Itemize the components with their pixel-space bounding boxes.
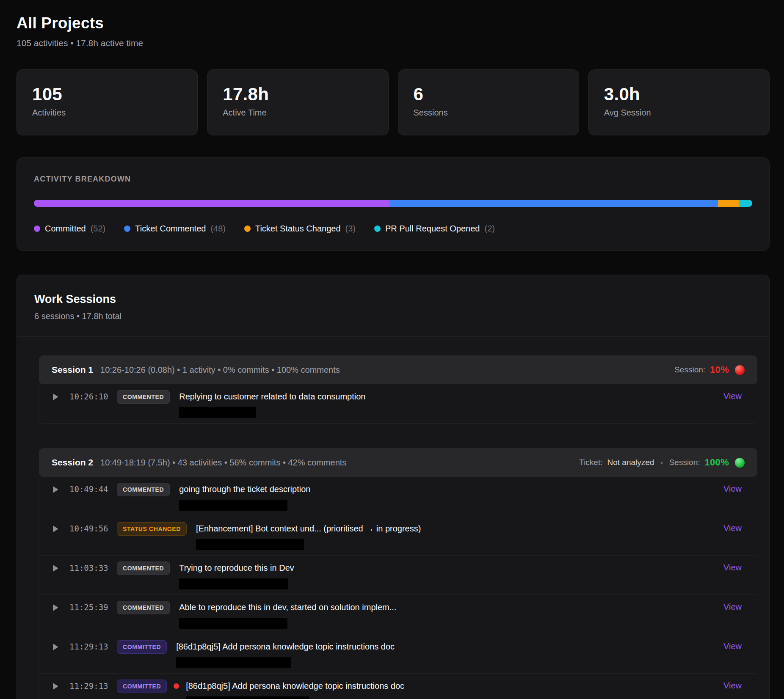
session-header-right: Session: 10% — [674, 364, 745, 375]
activity-badge: COMMITTED — [117, 640, 167, 654]
redaction-bar — [186, 696, 309, 699]
legend-item: Ticket Status Changed (3) — [244, 224, 356, 234]
view-link[interactable]: View — [723, 390, 742, 402]
legend-count: (3) — [345, 224, 356, 234]
activity-row-main: 11:03:33 COMMENTED Trying to reproduce t… — [52, 561, 742, 589]
view-link[interactable]: View — [723, 640, 742, 652]
legend-label: PR Pull Request Opened — [385, 224, 480, 234]
activity-row: 11:29:13 COMMITTED [86d1p8qj5] Add perso… — [39, 673, 757, 699]
session-header[interactable]: Session 2 10:49-18:19 (7.5h) • 43 activi… — [39, 448, 757, 477]
session-score-label: Session: — [669, 458, 700, 467]
session-group: Session 2 10:49-18:19 (7.5h) • 43 activi… — [39, 448, 757, 699]
activity-row-main: 10:49:56 STATUS CHANGED [Enhancement] Bo… — [52, 522, 742, 550]
view-link[interactable]: View — [723, 680, 742, 691]
redaction-bar — [179, 407, 256, 418]
session-name: Session 2 — [52, 457, 93, 468]
session-score: 100% — [705, 457, 729, 468]
session-rows: 10:49:44 COMMENTED going through the tic… — [39, 477, 757, 699]
stat-value: 6 — [414, 84, 563, 105]
legend-label: Ticket Status Changed — [255, 224, 341, 234]
activity-row: 10:49:44 COMMENTED going through the tic… — [39, 477, 757, 516]
page-title: All Projects — [17, 14, 770, 32]
view-link[interactable]: View — [723, 483, 742, 495]
breakdown-legend: Committed (52) Ticket Commented (48) Tic… — [34, 224, 752, 234]
activity-row: 11:03:33 COMMENTED Trying to reproduce t… — [39, 555, 757, 594]
legend-color-dot-icon — [244, 226, 251, 232]
session-list: Session 1 10:26-10:26 (0.08h) • 1 activi… — [17, 337, 769, 699]
work-sessions-panel: Work Sessions 6 sessions • 17.8h total S… — [17, 275, 770, 699]
activity-badge: COMMENTED — [117, 561, 170, 575]
legend-item: Ticket Commented (48) — [124, 224, 226, 234]
stat-value: 17.8h — [223, 84, 373, 105]
activity-row: 10:26:10 COMMENTED Replying to customer … — [39, 384, 757, 423]
play-icon[interactable] — [53, 394, 59, 400]
page-subtitle: 105 activities • 17.8h active time — [17, 38, 770, 48]
activity-row: 11:25:39 COMMENTED Able to reproduce thi… — [39, 594, 757, 634]
session-score: 10% — [710, 364, 729, 375]
ticket-value: Not analyzed — [607, 458, 654, 467]
activity-timestamp: 11:29:13 — [69, 680, 117, 692]
activity-title: Able to reproduce this in dev, started o… — [179, 601, 713, 614]
activity-breakdown-heading: ACTIVITY BREAKDOWN — [34, 175, 752, 184]
stat-card: 17.8h Active Time — [207, 69, 388, 135]
view-link[interactable]: View — [723, 522, 742, 534]
legend-color-dot-icon — [124, 226, 130, 232]
activity-body: [86d1p8qj5] Add persona knowledge topic … — [186, 680, 713, 699]
session-meta: 10:26-10:26 (0.08h) • 1 activity • 0% co… — [100, 365, 340, 375]
stat-value: 3.0h — [604, 84, 754, 105]
breakdown-bar-segment — [34, 200, 389, 207]
stats-row: 105 Activities 17.8h Active Time 6 Sessi… — [17, 69, 770, 135]
work-sessions-title: Work Sessions — [34, 293, 752, 306]
activity-row-main: 11:25:39 COMMENTED Able to reproduce thi… — [52, 601, 742, 629]
view-link[interactable]: View — [723, 601, 742, 613]
play-icon[interactable] — [53, 565, 59, 572]
header-separator: • — [659, 459, 664, 466]
breakdown-bar-segment — [389, 200, 718, 207]
legend-label: Committed — [45, 224, 86, 234]
activity-badge: COMMITTED — [117, 680, 167, 693]
play-icon[interactable] — [53, 486, 59, 493]
activity-timestamp: 11:29:13 — [69, 640, 117, 653]
session-meta: 10:49-18:19 (7.5h) • 43 activities • 56%… — [100, 458, 346, 468]
session-group: Session 1 10:26-10:26 (0.08h) • 1 activi… — [39, 355, 757, 424]
session-rows: 10:26:10 COMMENTED Replying to customer … — [39, 384, 757, 424]
redaction-bar — [196, 539, 304, 550]
ticket-label: Ticket: — [579, 458, 602, 467]
activity-timestamp: 11:25:39 — [69, 601, 117, 614]
activity-row-main: 10:26:10 COMMENTED Replying to customer … — [52, 390, 742, 418]
activity-body: going through the ticket description — [179, 483, 713, 511]
session-header-right: Ticket: Not analyzed • Session: 100% — [579, 457, 745, 468]
legend-count: (48) — [210, 224, 226, 234]
activity-title: [Enhancement] Bot context und... (priori… — [196, 522, 713, 535]
play-icon[interactable] — [53, 683, 59, 690]
view-link[interactable]: View — [723, 561, 742, 573]
session-status-dot-icon — [735, 458, 745, 468]
activity-row: 10:49:56 STATUS CHANGED [Enhancement] Bo… — [39, 516, 757, 555]
activity-timestamp: 10:49:56 — [69, 522, 117, 535]
activity-timestamp: 10:49:44 — [69, 483, 117, 495]
activity-badge: COMMENTED — [117, 390, 170, 404]
red-indicator-dot-icon — [174, 683, 179, 689]
stat-card: 105 Activities — [17, 69, 198, 135]
legend-count: (52) — [91, 224, 106, 234]
activity-title: Replying to customer related to data con… — [179, 390, 713, 403]
legend-item: Committed (52) — [34, 224, 105, 234]
play-icon[interactable] — [53, 526, 59, 532]
stat-card: 3.0h Avg Session — [588, 69, 770, 135]
redaction-bar — [179, 618, 287, 629]
session-name: Session 1 — [52, 365, 93, 375]
legend-item: PR Pull Request Opened (2) — [374, 224, 495, 234]
stat-label: Activities — [32, 108, 182, 118]
stat-label: Active Time — [223, 108, 373, 118]
session-header[interactable]: Session 1 10:26-10:26 (0.08h) • 1 activi… — [39, 355, 757, 384]
stat-value: 105 — [32, 84, 182, 105]
breakdown-bar-segment — [718, 200, 738, 207]
play-icon[interactable] — [53, 644, 59, 650]
activity-badge: STATUS CHANGED — [117, 522, 187, 536]
activity-badge: COMMENTED — [117, 483, 170, 496]
legend-color-dot-icon — [374, 226, 381, 232]
activity-body: Replying to customer related to data con… — [179, 390, 713, 418]
legend-label: Ticket Commented — [135, 224, 206, 234]
breakdown-bar — [34, 200, 752, 207]
play-icon[interactable] — [53, 604, 59, 611]
